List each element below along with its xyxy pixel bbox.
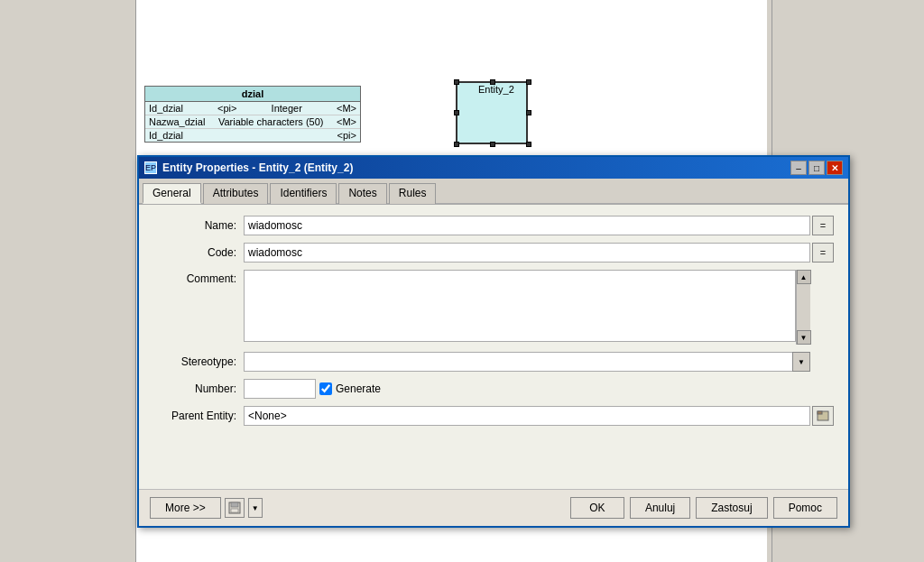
- handle-bm: [490, 142, 495, 147]
- generate-checkbox-row: Generate: [319, 382, 381, 395]
- handle-tm: [490, 79, 495, 85]
- tab-notes[interactable]: Notes: [338, 183, 386, 204]
- name-row: Name: =: [153, 216, 834, 235]
- close-button[interactable]: ✕: [827, 161, 843, 175]
- entity-dzial-row-1: Id_dzial <pi> Integer <M>: [145, 102, 360, 115]
- parent-entity-row: Parent Entity:: [153, 406, 834, 426]
- dzial-col2-1: <pi>: [217, 103, 236, 114]
- parent-entity-input[interactable]: [244, 406, 810, 426]
- dzial-col3-1: Integer: [272, 103, 302, 114]
- dialog-title: Entity Properties - Entity_2 (Entity_2): [162, 161, 353, 174]
- tab-attributes[interactable]: Attributes: [203, 183, 269, 204]
- comment-label: Comment:: [153, 270, 244, 285]
- handle-tl: [454, 79, 459, 85]
- parent-entity-wrapper: [244, 406, 834, 426]
- scrollbar-down-arrow[interactable]: ▼: [797, 330, 811, 345]
- canvas-area: dzial Id_dzial <pi> Integer <M> Nazwa_dz…: [0, 0, 924, 562]
- empty-area: [153, 433, 834, 478]
- code-label: Code:: [153, 246, 244, 259]
- scrollbar-up-arrow[interactable]: ▲: [797, 270, 811, 284]
- save-icon: [228, 502, 241, 514]
- name-eq-button[interactable]: =: [812, 216, 834, 235]
- more-button[interactable]: More >>: [150, 497, 221, 519]
- dzial-col1-2: Nazwa_dzial: [149, 116, 205, 127]
- dzial-col2-3: <pi>: [337, 130, 356, 141]
- generate-label: Generate: [336, 382, 381, 395]
- help-button[interactable]: Pomoc: [773, 497, 837, 519]
- minimize-button[interactable]: –: [790, 161, 807, 175]
- parent-entity-browse-button[interactable]: [812, 406, 834, 426]
- stereotype-label: Stereotype:: [153, 355, 244, 368]
- tab-identifiers[interactable]: Identifiers: [270, 183, 337, 204]
- entity-dzial[interactable]: dzial Id_dzial <pi> Integer <M> Nazwa_dz…: [144, 86, 361, 143]
- code-input[interactable]: [244, 243, 810, 263]
- handle-tr: [526, 79, 531, 85]
- save-icon-button[interactable]: [225, 498, 245, 518]
- number-label: Number:: [153, 382, 244, 395]
- comment-input[interactable]: [244, 270, 796, 342]
- stereotype-row: Stereotype: ▼: [153, 352, 834, 372]
- dialog-footer: More >> ▼ OK Anuluj Zastosuj Pomoc: [139, 489, 848, 526]
- dialog-titlebar-buttons: – □ ✕: [790, 161, 843, 175]
- code-row: Code: =: [153, 243, 834, 263]
- cancel-button[interactable]: Anuluj: [630, 497, 690, 519]
- comment-wrapper: ▲ ▼: [244, 270, 810, 345]
- stereotype-select[interactable]: [244, 352, 810, 372]
- save-dropdown-button[interactable]: ▼: [248, 498, 263, 518]
- dzial-col4-2: <M>: [337, 116, 356, 127]
- name-input[interactable]: [244, 216, 810, 235]
- dialog-title-icon: EP: [144, 161, 157, 174]
- comment-scrollbar: ▲ ▼: [796, 270, 810, 345]
- dialog-body: Name: = Code: = Comment: ▲ ▼: [139, 205, 848, 489]
- stereotype-select-wrapper: ▼: [244, 352, 810, 372]
- ok-button[interactable]: OK: [570, 497, 624, 519]
- code-eq-button[interactable]: =: [812, 243, 834, 263]
- svg-rect-3: [231, 502, 238, 507]
- footer-left: More >> ▼: [150, 497, 565, 519]
- tab-bar: General Attributes Identifiers Notes Rul…: [139, 179, 848, 205]
- svg-rect-4: [231, 509, 238, 512]
- dzial-col1-3: Id_dzial: [149, 130, 183, 141]
- number-input[interactable]: [244, 379, 316, 399]
- generate-checkbox[interactable]: [319, 382, 332, 395]
- entity-properties-dialog: EP Entity Properties - Entity_2 (Entity_…: [137, 155, 850, 528]
- dzial-col1-1: Id_dzial: [149, 103, 183, 114]
- parent-entity-label: Parent Entity:: [153, 410, 244, 422]
- svg-rect-1: [818, 411, 822, 414]
- entity-dzial-row-3: Id_dzial <pi>: [145, 129, 360, 142]
- tab-rules[interactable]: Rules: [389, 183, 437, 204]
- footer-right: OK Anuluj Zastosuj Pomoc: [570, 497, 837, 519]
- dialog-titlebar: EP Entity Properties - Entity_2 (Entity_…: [139, 157, 848, 179]
- dialog-titlebar-left: EP Entity Properties - Entity_2 (Entity_…: [144, 161, 353, 174]
- handle-ml: [454, 110, 459, 115]
- restore-button[interactable]: □: [808, 161, 825, 175]
- name-label: Name:: [153, 219, 244, 232]
- entity-dzial-title: dzial: [145, 87, 360, 102]
- apply-button[interactable]: Zastosuj: [696, 497, 767, 519]
- comment-row: Comment: ▲ ▼: [153, 270, 834, 345]
- dzial-col4-1: <M>: [337, 103, 356, 114]
- dzial-col3-2: Variable characters (50): [218, 116, 324, 127]
- entity-2-title: Entity_2: [478, 84, 514, 95]
- entity-dzial-row-2: Nazwa_dzial Variable characters (50) <M>: [145, 115, 360, 129]
- browse-icon: [817, 410, 829, 422]
- handle-bl: [454, 142, 459, 147]
- handle-br: [526, 142, 531, 147]
- canvas-border-left: [135, 0, 136, 562]
- handle-mr: [526, 110, 531, 115]
- number-row: Number: Generate: [153, 379, 834, 399]
- tab-general[interactable]: General: [143, 183, 201, 204]
